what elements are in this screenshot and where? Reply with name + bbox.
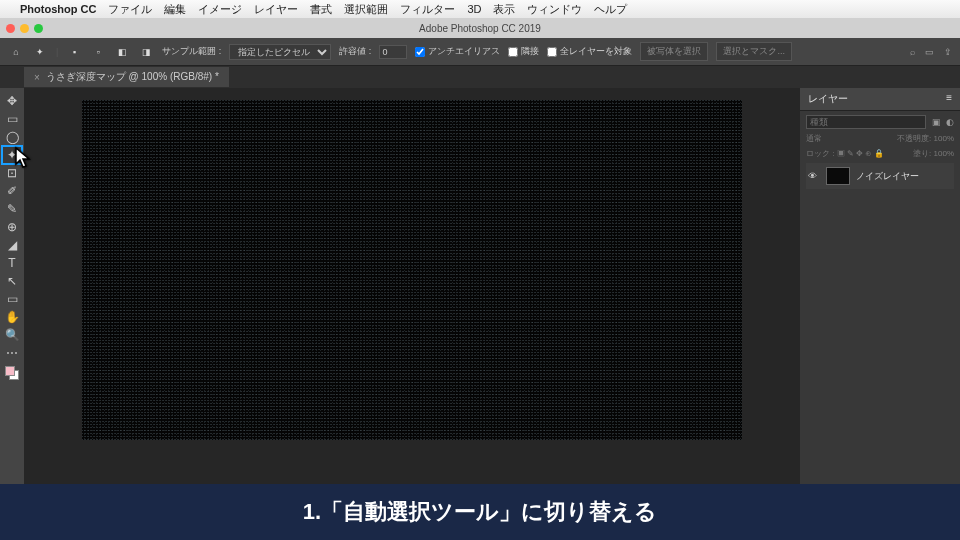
menu-select[interactable]: 選択範囲	[344, 2, 388, 17]
subtract-selection-icon[interactable]: ◧	[114, 44, 130, 60]
layer-filter-icons[interactable]: ▣◐T▭◈	[930, 117, 960, 127]
panels: レイヤー ≡ ▣◐T▭◈ 通常 不透明度: 100% ロック : ▣ ✎ ✥ ⊕…	[800, 88, 960, 504]
search-icon[interactable]: ⌕	[910, 47, 915, 57]
traffic-lights[interactable]	[6, 24, 43, 33]
contiguous-check[interactable]: 隣接	[508, 45, 539, 58]
share-icon[interactable]: ⇪	[944, 47, 952, 57]
path-tool[interactable]: ↖	[2, 272, 22, 290]
sample-label: サンプル範囲 :	[162, 45, 221, 58]
layers-panel-tab[interactable]: レイヤー ≡	[800, 88, 960, 111]
fill-value[interactable]: 100%	[934, 149, 954, 158]
options-bar: ⌂ ✦ | ▪ ▫ ◧ ◨ サンプル範囲 : 指定したピクセル 許容値 : アン…	[0, 38, 960, 66]
layer-search[interactable]	[806, 115, 926, 129]
panel-menu-icon[interactable]: ≡	[946, 92, 952, 106]
add-selection-icon[interactable]: ▫	[90, 44, 106, 60]
tolerance-label: 許容値 :	[339, 45, 371, 58]
menu-3d[interactable]: 3D	[467, 3, 481, 15]
clone-tool[interactable]: ⊕	[2, 218, 22, 236]
workspace-icon[interactable]: ▭	[925, 47, 934, 57]
canvas-area	[24, 88, 800, 504]
noise-layer-content	[82, 100, 742, 440]
visibility-icon[interactable]: 👁	[808, 171, 820, 181]
antialias-check[interactable]: アンチエイリアス	[415, 45, 500, 58]
lasso-tool[interactable]: ◯	[2, 128, 22, 146]
magic-wand-tool[interactable]: ✦	[2, 146, 22, 164]
close-tab-icon[interactable]: ×	[34, 72, 40, 83]
sample-select[interactable]: 指定したピクセル	[229, 44, 331, 60]
menu-view[interactable]: 表示	[493, 2, 515, 17]
eraser-tool[interactable]: ◢	[2, 236, 22, 254]
tolerance-input[interactable]	[379, 45, 407, 59]
wand-tool-icon[interactable]: ✦	[32, 44, 48, 60]
all-layers-check[interactable]: 全レイヤーを対象	[547, 45, 632, 58]
marquee-tool[interactable]: ▭	[2, 110, 22, 128]
type-tool[interactable]: T	[2, 254, 22, 272]
shape-tool[interactable]: ▭	[2, 290, 22, 308]
menu-edit[interactable]: 編集	[164, 2, 186, 17]
eyedropper-tool[interactable]: ✐	[2, 182, 22, 200]
blend-mode[interactable]: 通常	[806, 133, 822, 144]
filter-adjust-icon: ◐	[944, 117, 956, 127]
menu-help[interactable]: ヘルプ	[594, 2, 627, 17]
window-titlebar: Adobe Photoshop CC 2019	[0, 18, 960, 38]
mac-menubar[interactable]: Photoshop CC ファイル 編集 イメージ レイヤー 書式 選択範囲 フ…	[0, 0, 960, 18]
maximize-icon[interactable]	[34, 24, 43, 33]
close-icon[interactable]	[6, 24, 15, 33]
layer-item[interactable]: 👁 ノイズレイヤー	[806, 163, 954, 189]
menu-window[interactable]: ウィンドウ	[527, 2, 582, 17]
tutorial-caption: 1.「自動選択ツール」に切り替える	[0, 484, 960, 540]
opacity-value[interactable]: 100%	[934, 134, 954, 143]
doc-tab[interactable]: × うさぎ深度マップ @ 100% (RGB/8#) *	[24, 67, 229, 87]
window-title: Adobe Photoshop CC 2019	[419, 23, 541, 34]
layer-thumbnail[interactable]	[826, 167, 850, 185]
app-name[interactable]: Photoshop CC	[20, 3, 96, 15]
menu-file[interactable]: ファイル	[108, 2, 152, 17]
intersect-selection-icon[interactable]: ◨	[138, 44, 154, 60]
menu-image[interactable]: イメージ	[198, 2, 242, 17]
canvas[interactable]	[82, 100, 742, 440]
home-icon[interactable]: ⌂	[8, 44, 24, 60]
menu-layer[interactable]: レイヤー	[254, 2, 298, 17]
hand-tool[interactable]: ✋	[2, 308, 22, 326]
select-mask-button[interactable]: 選択とマスク...	[716, 42, 792, 61]
toolbox: ✥ ▭ ◯ ✦ ⊡ ✐ ✎ ⊕ ◢ T ↖ ▭ ✋ 🔍 ⋯	[0, 88, 24, 504]
filter-image-icon: ▣	[930, 117, 942, 127]
crop-tool[interactable]: ⊡	[2, 164, 22, 182]
minimize-icon[interactable]	[20, 24, 29, 33]
menu-type[interactable]: 書式	[310, 2, 332, 17]
select-subject-button[interactable]: 被写体を選択	[640, 42, 708, 61]
menu-filter[interactable]: フィルター	[400, 2, 455, 17]
move-tool[interactable]: ✥	[2, 92, 22, 110]
more-tools[interactable]: ⋯	[2, 344, 22, 362]
brush-tool[interactable]: ✎	[2, 200, 22, 218]
zoom-tool[interactable]: 🔍	[2, 326, 22, 344]
color-swatch[interactable]	[2, 362, 22, 384]
new-selection-icon[interactable]: ▪	[66, 44, 82, 60]
document-tabs: × うさぎ深度マップ @ 100% (RGB/8#) *	[0, 66, 960, 88]
doc-tab-label: うさぎ深度マップ @ 100% (RGB/8#) *	[46, 70, 219, 84]
layer-name[interactable]: ノイズレイヤー	[856, 170, 919, 183]
